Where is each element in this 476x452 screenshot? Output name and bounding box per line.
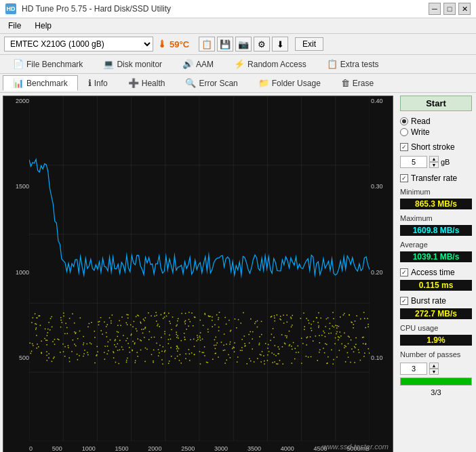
menu-file[interactable]: File [3, 20, 26, 32]
access-time-checkbox[interactable]: Access time [400, 268, 472, 277]
toolbar-icon-copy[interactable]: 📋 [199, 37, 215, 52]
folder-usage-icon: 📁 [258, 78, 269, 88]
toolbar-icon-camera[interactable]: 📷 [235, 37, 252, 52]
temperature-display: 🌡 59°C [157, 39, 189, 49]
tab-aam[interactable]: 🔊 AAM [172, 56, 224, 72]
info-icon: ℹ [88, 78, 92, 88]
access-time-value: 0.115 ms [400, 280, 472, 291]
passes-progress-bar-bg [400, 377, 472, 386]
error-scan-icon: 🔍 [185, 78, 196, 88]
cpu-usage-value: 1.9% [400, 335, 472, 346]
file-benchmark-icon: 📄 [13, 59, 24, 69]
maximize-button[interactable]: □ [443, 3, 456, 15]
short-stroke-increment[interactable]: ▲ [429, 156, 439, 162]
short-stroke-unit: gB [441, 158, 450, 166]
short-stroke-decrement[interactable]: ▼ [429, 162, 439, 168]
short-stroke-input[interactable] [400, 156, 427, 168]
passes-label: Number of passes [400, 350, 472, 358]
transfer-rate-label: Transfer rate [411, 173, 457, 183]
tab-folder-usage[interactable]: 📁 Folder Usage [248, 75, 331, 91]
access-time-label: Access time [411, 268, 455, 277]
tab-info-label: Info [94, 79, 108, 88]
read-write-radio-group: Read Write [400, 117, 472, 137]
tab-health-label: Health [142, 79, 165, 88]
watermark: www.ssd-tester.com [322, 443, 389, 451]
tab-folder-usage-label: Folder Usage [272, 79, 321, 88]
passes-decrement[interactable]: ▼ [429, 369, 439, 375]
tab-aam-label: AAM [196, 60, 214, 69]
benchmark-chart-area: 2000 1500 1000 500 0.40 0.30 0.20 0.10 M… [3, 96, 393, 452]
maximum-value: 1609.8 MB/s [400, 225, 472, 236]
tab-health[interactable]: ➕ Health [118, 75, 176, 91]
short-stroke-checkbox[interactable]: Short stroke [400, 142, 472, 152]
burst-rate-label: Burst rate [411, 296, 446, 306]
short-stroke-label: Short stroke [411, 142, 455, 152]
transfer-rate-checkbox[interactable]: Transfer rate [400, 173, 472, 183]
radio-write-circle [400, 128, 408, 136]
passes-input[interactable] [400, 363, 427, 375]
short-stroke-spinner: ▲ ▼ gB [400, 156, 472, 168]
tab-extra-tests[interactable]: 📋 Extra tests [317, 56, 389, 72]
minimum-value: 865.3 MB/s [400, 199, 472, 209]
health-icon: ➕ [128, 78, 139, 88]
tab-file-benchmark-label: File Benchmark [26, 60, 83, 69]
toolbar-icon-download[interactable]: ⬇ [272, 37, 288, 52]
burst-rate-value: 272.7 MB/s [400, 308, 472, 319]
disk-monitor-icon: 💻 [103, 59, 114, 69]
minimum-label: Minimum [400, 188, 472, 196]
x-axis-labels: 0 500 1000 1500 2000 2500 3000 3500 4000… [29, 445, 370, 452]
benchmark-canvas [29, 96, 370, 441]
minimize-button[interactable]: ─ [429, 3, 441, 15]
menu-bar: File Help [0, 18, 476, 34]
radio-read-label: Read [411, 117, 431, 126]
tab-disk-monitor[interactable]: 💻 Disk monitor [93, 56, 172, 72]
tab-file-benchmark[interactable]: 📄 File Benchmark [3, 56, 93, 72]
close-button[interactable]: ✕ [458, 3, 471, 15]
passes-spinner-buttons: ▲ ▼ [429, 363, 439, 375]
tab-error-scan[interactable]: 🔍 Error Scan [175, 75, 247, 91]
right-panel: Start Read Write Short stroke ▲ ▼ gB [396, 93, 476, 452]
tab-disk-monitor-label: Disk monitor [117, 60, 162, 69]
maximum-label: Maximum [400, 214, 472, 222]
tab-extra-tests-label: Extra tests [340, 60, 379, 69]
tab-benchmark[interactable]: 📊 Benchmark [3, 75, 78, 91]
exit-button[interactable]: Exit [295, 37, 323, 51]
toolbar-icon-group: 📋 💾 📷 ⚙ ⬇ [199, 37, 288, 52]
tab-random-access[interactable]: ⚡ Random Access [224, 56, 317, 72]
tab-error-scan-label: Error Scan [199, 79, 237, 88]
tab-erase-label: Erase [353, 79, 374, 88]
radio-write-label: Write [411, 127, 430, 137]
benchmark-icon: 📊 [13, 78, 24, 88]
thermometer-icon: 🌡 [157, 39, 167, 49]
radio-write[interactable]: Write [400, 127, 472, 137]
short-stroke-spinner-buttons: ▲ ▼ [429, 156, 439, 168]
y-axis-right: 0.40 0.30 0.20 0.10 [370, 96, 393, 441]
start-button[interactable]: Start [400, 96, 472, 111]
passes-increment[interactable]: ▲ [429, 363, 439, 369]
toolbar: EMTEC X210G (1000 gB) 🌡 59°C 📋 💾 📷 ⚙ ⬇ E… [0, 34, 476, 55]
disk-selector[interactable]: EMTEC X210G (1000 gB) [4, 37, 153, 52]
title-bar: HD HD Tune Pro 5.75 - Hard Disk/SSD Util… [0, 0, 476, 18]
average-value: 1039.1 MB/s [400, 251, 472, 262]
tab-info[interactable]: ℹ Info [78, 75, 118, 91]
burst-rate-checkbox[interactable]: Burst rate [400, 296, 472, 306]
main-content: 2000 1500 1000 500 0.40 0.30 0.20 0.10 M… [0, 93, 476, 452]
average-label: Average [400, 241, 472, 249]
y-axis-left: 2000 1500 1000 500 [3, 96, 29, 441]
passes-display: 3/3 [400, 388, 472, 396]
radio-read[interactable]: Read [400, 117, 472, 126]
window-controls: ─ □ ✕ [429, 3, 471, 15]
transfer-rate-checkbox-box [400, 174, 408, 182]
extra-tests-icon: 📋 [327, 59, 338, 69]
short-stroke-checkbox-box [400, 143, 408, 151]
toolbar-icon-save[interactable]: 💾 [217, 37, 233, 52]
window-title: HD Tune Pro 5.75 - Hard Disk/SSD Utility [22, 4, 171, 14]
random-access-icon: ⚡ [234, 59, 245, 69]
tab-random-access-label: Random Access [247, 60, 306, 69]
menu-help[interactable]: Help [29, 20, 57, 32]
tab-benchmark-label: Benchmark [26, 79, 68, 88]
toolbar-icon-settings[interactable]: ⚙ [254, 37, 270, 52]
tabs-row-2: 📊 Benchmark ℹ Info ➕ Health 🔍 Error Scan… [0, 74, 476, 93]
tab-erase[interactable]: 🗑 Erase [331, 75, 384, 91]
tabs-row-1: 📄 File Benchmark 💻 Disk monitor 🔊 AAM ⚡ … [0, 55, 476, 74]
